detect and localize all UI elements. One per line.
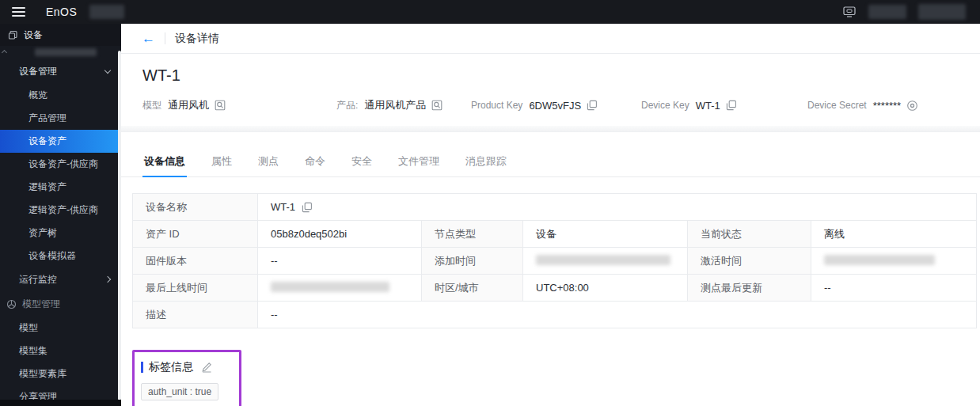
copy-icon[interactable]	[302, 202, 313, 213]
cell-value: --	[258, 248, 422, 275]
cell-label: 当前状态	[688, 221, 811, 248]
redacted-text	[536, 255, 670, 265]
device-name: WT-1	[142, 66, 961, 85]
redacted-text	[824, 255, 935, 265]
cell-label: 激活时间	[688, 248, 811, 275]
device-module-icon	[8, 30, 18, 40]
meta-device-key: Device Key WT-1	[641, 100, 807, 112]
tab-measure-points[interactable]: 测点	[256, 148, 280, 176]
meta-model: 模型 通用风机	[142, 98, 336, 112]
cell-value: 设备	[523, 221, 688, 248]
redacted-text	[271, 282, 389, 292]
cell-value: --	[811, 275, 977, 302]
page-title: 设备详情	[175, 32, 219, 46]
redacted-text	[35, 48, 97, 56]
main-content: ← 设备详情 WT-1 模型 通用风机	[121, 24, 980, 406]
cell-value-redacted	[258, 275, 422, 302]
sidebar-collapsed-item	[0, 46, 121, 59]
sidebar-item-model[interactable]: 模型	[0, 317, 121, 340]
cell-label: 测点最后更新	[688, 275, 811, 302]
chevron-down-icon	[104, 66, 111, 73]
sidebar-item-device-simulator[interactable]: 设备模拟器	[0, 245, 121, 268]
cell-label: 时区/城市	[422, 275, 523, 302]
view-icon[interactable]	[431, 100, 443, 111]
cell-value-redacted	[811, 248, 977, 275]
cell-value: 05b8z0deq502bi	[258, 221, 422, 248]
cell-value: UTC+08:00	[523, 275, 688, 302]
tab-security[interactable]: 安全	[350, 148, 374, 176]
back-button[interactable]: ←	[142, 32, 155, 45]
table-row: 描述 --	[133, 302, 977, 328]
topbar: EnOS	[0, 0, 980, 24]
tag-chip: auth_unit : true	[141, 383, 218, 400]
sidebar-header-label: 设备	[24, 28, 43, 42]
sidebar-bottom-strip	[0, 400, 121, 406]
sidebar-group-device-management[interactable]: 设备管理	[0, 59, 121, 84]
cell-label: 描述	[133, 302, 258, 328]
cell-label: 节点类型	[422, 221, 523, 248]
cell-label: 设备名称	[133, 194, 258, 221]
tab-commands[interactable]: 命令	[303, 148, 327, 176]
tab-attributes[interactable]: 属性	[210, 148, 234, 176]
sidebar-item-model-set[interactable]: 模型集	[0, 340, 121, 362]
cell-label: 固件版本	[133, 248, 258, 275]
section-title-bar	[141, 362, 143, 373]
cell-label: 资产 ID	[133, 221, 258, 248]
chevron-icon	[2, 49, 7, 55]
tab-bar: 设备信息 属性 测点 命令 安全 文件管理 消息跟踪	[121, 148, 980, 177]
sidebar-scrollbar[interactable]	[118, 51, 121, 400]
tab-message-tracking[interactable]: 消息跟踪	[464, 148, 508, 176]
tags-section: 标签信息 auth_unit : true	[132, 350, 241, 406]
sidebar-item-model-element-library[interactable]: 模型要素库	[0, 362, 121, 385]
chevron-right-icon	[104, 276, 111, 283]
status-value: 离线	[811, 221, 977, 248]
sidebar-item-logical-assets[interactable]: 逻辑资产	[0, 176, 121, 199]
cell-value: --	[258, 302, 977, 328]
cell-label: 最后上线时间	[133, 275, 258, 302]
cell-value: WT-1	[258, 194, 977, 221]
meta-device-secret: Device Secret *******	[807, 100, 918, 112]
eye-icon[interactable]	[906, 100, 918, 112]
sidebar-item-logical-assets-supplier[interactable]: 逻辑资产-供应商	[0, 199, 121, 222]
device-info-table: 设备名称 WT-1 资产 ID 05b8z0deq502	[132, 193, 977, 328]
tab-device-info[interactable]: 设备信息	[142, 148, 187, 177]
redacted-text	[868, 5, 906, 19]
redacted-text	[89, 5, 124, 19]
brand-logo: EnOS	[46, 6, 77, 18]
sidebar-section-model-management[interactable]: 模型管理	[0, 291, 121, 317]
sidebar-item-asset-tree[interactable]: 资产树	[0, 222, 121, 245]
device-header: WT-1 模型 通用风机 产品: 通用风机产品	[121, 54, 980, 126]
menu-icon[interactable]	[0, 7, 36, 17]
page-header: ← 设备详情	[121, 24, 980, 54]
table-row: 最后上线时间 时区/城市 UTC+08:00 测点最后更新 --	[133, 275, 977, 302]
tab-file-management[interactable]: 文件管理	[397, 148, 441, 176]
edit-pencil-icon[interactable]	[201, 362, 212, 373]
sidebar-item-device-assets[interactable]: 设备资产	[0, 130, 121, 153]
cell-value-redacted	[523, 248, 688, 275]
table-row: 资产 ID 05b8z0deq502bi 节点类型 设备 当前状态 离线	[133, 221, 977, 248]
tags-title: 标签信息	[149, 360, 193, 374]
header-divider	[165, 32, 165, 44]
monitor-icon[interactable]	[842, 6, 857, 18]
meta-product: 产品: 通用风机产品	[336, 98, 471, 112]
topbar-right	[842, 4, 980, 20]
tags-header: 标签信息	[141, 360, 218, 374]
device-meta-row: 模型 通用风机 产品: 通用风机产品	[142, 98, 961, 112]
view-icon[interactable]	[215, 100, 226, 111]
sidebar-item-overview[interactable]: 概览	[0, 84, 121, 107]
sidebar: 设备 设备管理 概览 产品管理 设备资产 设备资产-供应商 逻辑资产 逻辑资产-…	[0, 24, 121, 406]
meta-product-key: Product Key 6DW5vFJS	[471, 100, 641, 112]
model-module-icon	[6, 299, 17, 309]
cell-label: 添加时间	[422, 248, 523, 275]
app-root: EnOS 设备	[0, 0, 980, 406]
table-row: 固件版本 -- 添加时间 激活时间	[133, 248, 977, 275]
annotation-highlight-box: 标签信息 auth_unit : true	[132, 350, 241, 406]
sidebar-item-device-assets-supplier[interactable]: 设备资产-供应商	[0, 153, 121, 176]
sidebar-item-product-management[interactable]: 产品管理	[0, 107, 121, 130]
copy-icon[interactable]	[726, 100, 737, 111]
section-divider	[121, 126, 980, 132]
redacted-text	[918, 4, 966, 20]
copy-icon[interactable]	[587, 100, 598, 111]
sidebar-header: 设备	[0, 24, 121, 46]
sidebar-item-runtime-monitoring[interactable]: 运行监控	[0, 268, 121, 291]
